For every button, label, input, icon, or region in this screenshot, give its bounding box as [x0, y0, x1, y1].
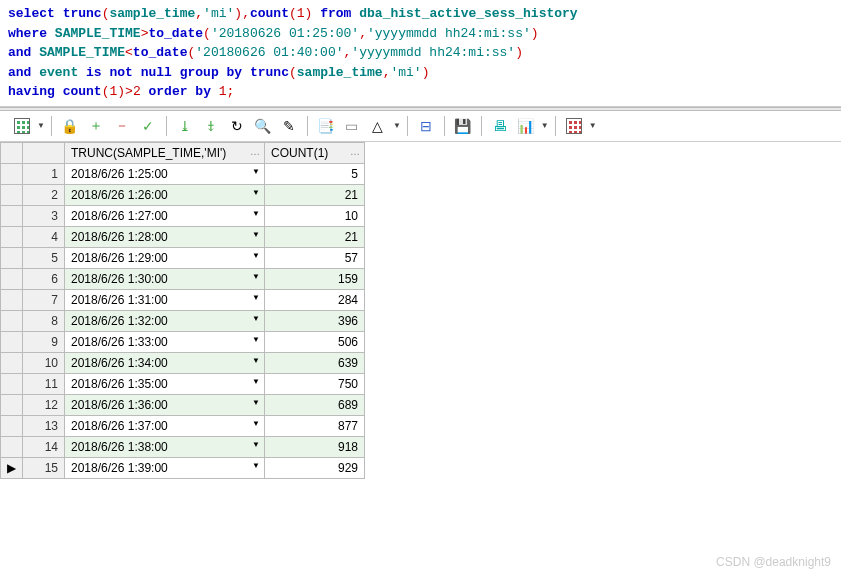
- fetch-icon[interactable]: ⤓: [173, 115, 197, 137]
- row-number[interactable]: 9: [23, 331, 65, 352]
- row-number[interactable]: 6: [23, 268, 65, 289]
- cell-dropdown-icon[interactable]: ▼: [252, 167, 260, 176]
- cell-time[interactable]: 2018/6/26 1:31:00▼: [65, 289, 265, 310]
- cell-count[interactable]: 159: [265, 268, 365, 289]
- table-row[interactable]: 42018/6/26 1:28:00▼21: [1, 226, 365, 247]
- dropdown-arrow-icon[interactable]: ▼: [393, 121, 401, 130]
- dropdown-arrow-icon[interactable]: ▼: [37, 121, 45, 130]
- print-icon[interactable]: 🖶: [488, 115, 512, 137]
- nav-icon[interactable]: △: [366, 115, 390, 137]
- cell-count[interactable]: 396: [265, 310, 365, 331]
- table-row[interactable]: 112018/6/26 1:35:00▼750: [1, 373, 365, 394]
- cell-count[interactable]: 10: [265, 205, 365, 226]
- lock-icon[interactable]: 🔒: [58, 115, 82, 137]
- chart-icon[interactable]: 📊: [514, 115, 538, 137]
- row-number[interactable]: 5: [23, 247, 65, 268]
- column-header-time[interactable]: TRUNC(SAMPLE_TIME,'MI'): [65, 142, 265, 163]
- cell-count[interactable]: 639: [265, 352, 365, 373]
- table-row[interactable]: 142018/6/26 1:38:00▼918: [1, 436, 365, 457]
- cell-dropdown-icon[interactable]: ▼: [252, 440, 260, 449]
- bookmarks-icon[interactable]: 📑: [314, 115, 338, 137]
- cell-time[interactable]: 2018/6/26 1:26:00▼: [65, 184, 265, 205]
- cell-time[interactable]: 2018/6/26 1:38:00▼: [65, 436, 265, 457]
- cell-time[interactable]: 2018/6/26 1:32:00▼: [65, 310, 265, 331]
- dropdown-arrow-icon[interactable]: ▼: [589, 121, 597, 130]
- table-row[interactable]: 72018/6/26 1:31:00▼284: [1, 289, 365, 310]
- cell-time[interactable]: 2018/6/26 1:29:00▼: [65, 247, 265, 268]
- commit-icon[interactable]: ✓: [136, 115, 160, 137]
- cell-count[interactable]: 21: [265, 184, 365, 205]
- row-number[interactable]: 4: [23, 226, 65, 247]
- table-row[interactable]: 92018/6/26 1:33:00▼506: [1, 331, 365, 352]
- row-number[interactable]: 13: [23, 415, 65, 436]
- table-row[interactable]: 22018/6/26 1:26:00▼21: [1, 184, 365, 205]
- cell-count[interactable]: 506: [265, 331, 365, 352]
- row-number[interactable]: 11: [23, 373, 65, 394]
- cell-count[interactable]: 918: [265, 436, 365, 457]
- row-number[interactable]: 2: [23, 184, 65, 205]
- table-row[interactable]: 62018/6/26 1:30:00▼159: [1, 268, 365, 289]
- save-icon[interactable]: 💾: [451, 115, 475, 137]
- dropdown-arrow-icon[interactable]: ▼: [541, 121, 549, 130]
- cell-dropdown-icon[interactable]: ▼: [252, 314, 260, 323]
- table-row[interactable]: 12018/6/26 1:25:00▼5: [1, 163, 365, 184]
- cell-count[interactable]: 929: [265, 457, 365, 478]
- table-row[interactable]: 122018/6/26 1:36:00▼689: [1, 394, 365, 415]
- row-number[interactable]: 1: [23, 163, 65, 184]
- column-header-count[interactable]: COUNT(1): [265, 142, 365, 163]
- cell-time[interactable]: 2018/6/26 1:28:00▼: [65, 226, 265, 247]
- table-row[interactable]: 132018/6/26 1:37:00▼877: [1, 415, 365, 436]
- grid-icon[interactable]: [10, 115, 34, 137]
- cell-count[interactable]: 284: [265, 289, 365, 310]
- fetch-all-icon[interactable]: ⤈: [199, 115, 223, 137]
- find-icon[interactable]: 🔍: [251, 115, 275, 137]
- cell-count[interactable]: 5: [265, 163, 365, 184]
- eraser-icon[interactable]: ✎: [277, 115, 301, 137]
- cell-time[interactable]: 2018/6/26 1:39:00▼: [65, 457, 265, 478]
- cell-time[interactable]: 2018/6/26 1:35:00▼: [65, 373, 265, 394]
- cell-dropdown-icon[interactable]: ▼: [252, 251, 260, 260]
- sql-editor[interactable]: select trunc(sample_time,'mi'),count(1) …: [0, 0, 841, 107]
- row-number[interactable]: 8: [23, 310, 65, 331]
- row-number[interactable]: 3: [23, 205, 65, 226]
- cell-time[interactable]: 2018/6/26 1:36:00▼: [65, 394, 265, 415]
- row-number[interactable]: 12: [23, 394, 65, 415]
- cell-dropdown-icon[interactable]: ▼: [252, 461, 260, 470]
- cell-dropdown-icon[interactable]: ▼: [252, 398, 260, 407]
- row-number[interactable]: 14: [23, 436, 65, 457]
- cell-dropdown-icon[interactable]: ▼: [252, 356, 260, 365]
- cell-dropdown-icon[interactable]: ▼: [252, 272, 260, 281]
- table-row[interactable]: 32018/6/26 1:27:00▼10: [1, 205, 365, 226]
- row-number[interactable]: 7: [23, 289, 65, 310]
- cell-count[interactable]: 21: [265, 226, 365, 247]
- cell-count[interactable]: 689: [265, 394, 365, 415]
- cell-count[interactable]: 877: [265, 415, 365, 436]
- row-number[interactable]: 10: [23, 352, 65, 373]
- cell-time[interactable]: 2018/6/26 1:33:00▼: [65, 331, 265, 352]
- grid-options-icon[interactable]: [562, 115, 586, 137]
- add-icon[interactable]: ＋: [84, 115, 108, 137]
- goto-icon[interactable]: ▭: [340, 115, 364, 137]
- table-row[interactable]: 102018/6/26 1:34:00▼639: [1, 352, 365, 373]
- table-row[interactable]: ▶152018/6/26 1:39:00▼929: [1, 457, 365, 478]
- cell-dropdown-icon[interactable]: ▼: [252, 293, 260, 302]
- cell-dropdown-icon[interactable]: ▼: [252, 377, 260, 386]
- cell-dropdown-icon[interactable]: ▼: [252, 230, 260, 239]
- remove-icon[interactable]: －: [110, 115, 134, 137]
- cell-time[interactable]: 2018/6/26 1:30:00▼: [65, 268, 265, 289]
- cell-dropdown-icon[interactable]: ▼: [252, 335, 260, 344]
- refresh-icon[interactable]: ↻: [225, 115, 249, 137]
- single-record-icon[interactable]: ⊟: [414, 115, 438, 137]
- cell-dropdown-icon[interactable]: ▼: [252, 188, 260, 197]
- table-row[interactable]: 82018/6/26 1:32:00▼396: [1, 310, 365, 331]
- table-row[interactable]: 52018/6/26 1:29:00▼57: [1, 247, 365, 268]
- row-number[interactable]: 15: [23, 457, 65, 478]
- cell-time[interactable]: 2018/6/26 1:27:00▼: [65, 205, 265, 226]
- cell-dropdown-icon[interactable]: ▼: [252, 209, 260, 218]
- cell-time[interactable]: 2018/6/26 1:37:00▼: [65, 415, 265, 436]
- cell-dropdown-icon[interactable]: ▼: [252, 419, 260, 428]
- cell-time[interactable]: 2018/6/26 1:34:00▼: [65, 352, 265, 373]
- cell-count[interactable]: 750: [265, 373, 365, 394]
- cell-time[interactable]: 2018/6/26 1:25:00▼: [65, 163, 265, 184]
- cell-count[interactable]: 57: [265, 247, 365, 268]
